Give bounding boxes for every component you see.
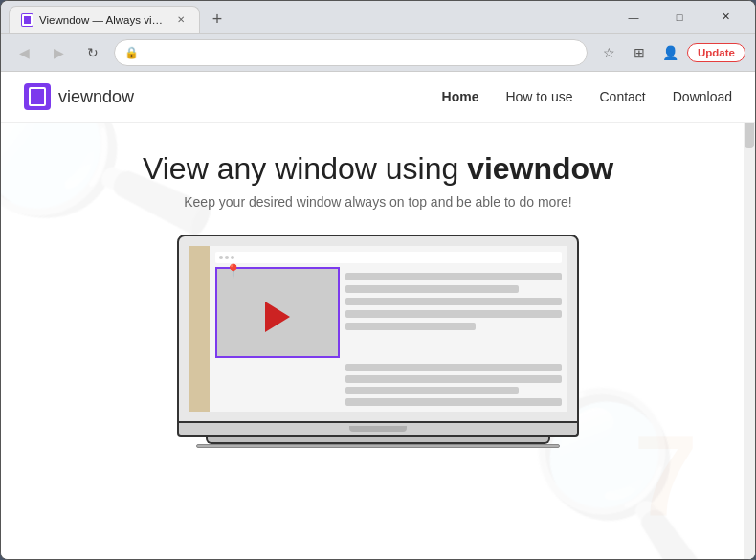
bottom-left-spacer xyxy=(215,364,340,406)
screen-main: 📍 xyxy=(210,246,567,412)
bookmark-icon[interactable]: ☆ xyxy=(595,39,622,66)
bottom-line-4 xyxy=(345,398,562,406)
laptop-illustration: 📍 xyxy=(1,235,755,448)
hero-title-bold: viewndow xyxy=(467,151,613,186)
laptop-notch xyxy=(349,426,407,432)
url-bar[interactable]: 🔒 xyxy=(114,39,588,66)
hero-title-regular: View any window using xyxy=(143,151,467,186)
bottom-text-area xyxy=(215,364,562,406)
nav-item-contact[interactable]: Contact xyxy=(599,89,645,104)
bottom-line-2 xyxy=(345,375,562,383)
tab-title: Viewndow — Always view desir... xyxy=(39,14,164,26)
site-logo[interactable]: viewndow xyxy=(24,83,134,110)
update-button[interactable]: Update xyxy=(687,43,745,62)
hero-title: View any window using viewndow xyxy=(20,151,736,187)
laptop: 📍 xyxy=(177,235,579,448)
profile-icon[interactable]: 👤 xyxy=(656,39,683,66)
text-line-4 xyxy=(345,310,562,318)
nav-item-how-to-use[interactable]: How to use xyxy=(505,89,572,104)
nav-item-download[interactable]: Download xyxy=(673,89,732,104)
window-controls: — □ ✕ xyxy=(611,1,747,34)
screen-dot-3 xyxy=(231,256,234,259)
hero-subtitle: Keep your desired window always on top a… xyxy=(20,194,736,210)
screen-dots xyxy=(219,256,234,259)
site-header: viewndow Home How to use Contact Downloa… xyxy=(1,72,755,123)
screen-content-area: 📍 xyxy=(215,267,562,358)
laptop-screen-inner: 📍 xyxy=(189,246,567,412)
site-nav: Home How to use Contact Download xyxy=(442,89,732,104)
laptop-foot xyxy=(196,444,560,448)
minimize-button[interactable]: — xyxy=(611,1,656,34)
webpage: 🔍 🔍 7 viewndow Home How to use Contact D… xyxy=(1,72,755,559)
tab-close-button[interactable]: ✕ xyxy=(173,12,188,28)
browser-tab[interactable]: Viewndow — Always view desir... ✕ xyxy=(9,6,200,33)
hero-section: View any window using viewndow Keep your… xyxy=(1,123,755,235)
new-tab-button[interactable]: + xyxy=(204,6,231,33)
extensions-icon[interactable]: ⊞ xyxy=(626,39,653,66)
back-button[interactable]: ◀ xyxy=(11,39,37,66)
lock-icon: 🔒 xyxy=(124,46,139,59)
tab-area: Viewndow — Always view desir... ✕ + xyxy=(9,1,608,33)
laptop-screen-outer: 📍 xyxy=(177,235,579,423)
nav-item-home[interactable]: Home xyxy=(442,89,479,104)
text-line-2 xyxy=(345,285,519,293)
address-bar: ◀ ▶ ↻ 🔒 ☆ ⊞ 👤 Update xyxy=(1,34,755,72)
screen-sidebar xyxy=(189,246,210,412)
laptop-base xyxy=(177,423,579,437)
laptop-stand xyxy=(206,437,550,444)
refresh-button[interactable]: ↻ xyxy=(79,39,106,66)
screen-dot-1 xyxy=(219,256,223,259)
screen-dot-2 xyxy=(225,256,229,259)
tab-favicon-icon xyxy=(21,13,33,27)
screen-header-strip xyxy=(215,252,562,263)
close-button[interactable]: ✕ xyxy=(703,1,747,34)
title-bar: Viewndow — Always view desir... ✕ + — □ … xyxy=(1,1,755,34)
text-line-5 xyxy=(345,323,476,330)
bottom-line-3 xyxy=(345,387,519,394)
logo-icon xyxy=(24,83,51,110)
video-pin-icon: 📍 xyxy=(225,263,233,277)
video-play-icon xyxy=(265,302,290,332)
maximize-button[interactable]: □ xyxy=(657,1,701,34)
browser-frame: Viewndow — Always view desir... ✕ + — □ … xyxy=(0,0,756,560)
video-thumbnail: 📍 xyxy=(215,267,340,358)
forward-button[interactable]: ▶ xyxy=(45,39,72,66)
bottom-line-1 xyxy=(345,364,562,371)
text-line-3 xyxy=(345,298,562,305)
text-lines-area xyxy=(345,267,562,358)
toolbar-icons: ☆ ⊞ 👤 Update xyxy=(595,39,745,66)
logo-text: viewndow xyxy=(58,87,134,107)
text-line-1 xyxy=(345,273,562,280)
bottom-lines xyxy=(345,364,562,406)
